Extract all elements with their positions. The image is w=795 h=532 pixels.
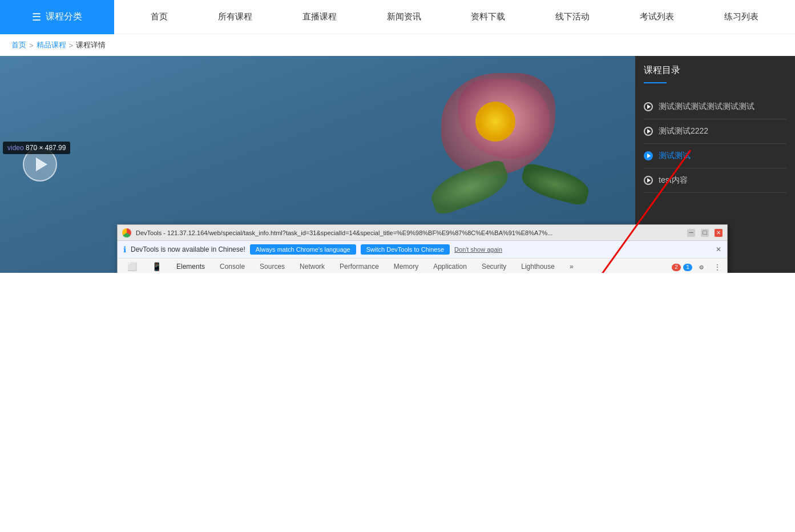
chrome-icon [122,228,131,237]
tab-sources[interactable]: Sources [253,259,292,273]
top-nav: ☰ 课程分类 首页 所有课程 直播课程 新闻资讯 资料下载 线下活动 考试列表 … [0,0,795,34]
course-item-label-2: 测试测试 [659,151,691,161]
dont-show-button[interactable]: Don't show again [454,246,502,253]
devtools-window: DevTools - 121.37.12.164/web/special/tas… [117,224,728,273]
tooltip-dims: 870 × 487.99 [26,144,66,152]
course-item-2[interactable]: 测试测试 [644,144,786,168]
match-language-button[interactable]: Always match Chrome's language [250,244,356,255]
course-item-label-3: test内容 [659,175,688,186]
course-item-0[interactable]: 测试测试测试测试测试测试 [644,95,786,119]
tab-more[interactable]: » [563,259,580,273]
nav-link-resources[interactable]: 资料下载 [465,11,511,22]
info-icon: ℹ [123,245,126,254]
devtools-tab-select-mode[interactable]: ⬜ [120,259,144,273]
devtools-infobar: ℹ DevTools is now available in Chinese! … [118,241,727,259]
settings-icon[interactable]: ⚙ [695,260,708,273]
nav-link-offline[interactable]: 线下活动 [550,11,595,22]
error-badge: 2 [672,264,681,271]
nav-link-live[interactable]: 直播课程 [297,11,342,22]
breadcrumb-sep2: > [69,41,74,50]
breadcrumb: 首页 > 精品课程 > 课程详情 [0,34,795,56]
course-item-label-1: 测试测试2222 [659,126,708,136]
course-item-icon-0 [644,102,653,111]
breadcrumb-home[interactable]: 首页 [11,40,26,50]
info-badge: 1 [683,264,692,271]
tab-security[interactable]: Security [475,259,513,273]
course-item-1[interactable]: 测试测试2222 [644,119,786,144]
switch-chinese-button[interactable]: Switch DevTools to Chinese [361,244,450,255]
devtools-title: DevTools - 121.37.12.164/web/special/tas… [136,229,681,236]
devtools-maximize-btn[interactable]: □ [701,229,709,237]
category-label: 课程分类 [46,11,82,23]
devtools-close-btn[interactable]: ✕ [715,229,723,237]
devtools-tab-icons: 2 1 ⚙ ⋮ [672,260,724,273]
devtools-tabs-bar: ⬜ 📱 Elements Console Sources Network Per… [118,259,727,273]
more-options-icon[interactable]: ⋮ [711,260,724,273]
nav-links: 首页 所有课程 直播课程 新闻资讯 资料下载 线下活动 考试列表 练习列表 [114,11,795,22]
nav-link-practice[interactable]: 练习列表 [719,11,764,22]
devtools-minimize-btn[interactable]: ─ [687,229,695,237]
course-item-icon-3 [644,176,653,185]
infobar-close-button[interactable]: ✕ [716,245,721,253]
tab-elements[interactable]: Elements [170,259,212,273]
page-content: video 870 × 487.99 [0,56,795,273]
course-item-icon-1 [644,127,653,136]
breadcrumb-courses[interactable]: 精品课程 [37,40,66,50]
tab-network[interactable]: Network [293,259,332,273]
menu-icon: ☰ [32,11,41,23]
breadcrumb-current: 课程详情 [76,40,106,50]
tab-lighthouse[interactable]: Lighthouse [514,259,562,273]
nav-link-home[interactable]: 首页 [145,11,173,22]
category-button[interactable]: ☰ 课程分类 [0,0,114,34]
tooltip-tag: video [7,144,24,152]
sidebar-underline [644,82,667,83]
infobar-text: DevTools is now available in Chinese! [131,245,245,253]
course-item-icon-2 [644,151,653,160]
video-element-tooltip: video 870 × 487.99 [3,142,70,154]
tab-console[interactable]: Console [213,259,252,273]
breadcrumb-sep1: > [29,41,34,50]
devtools-titlebar: DevTools - 121.37.12.164/web/special/tas… [118,225,727,241]
tab-memory[interactable]: Memory [387,259,425,273]
nav-link-courses[interactable]: 所有课程 [212,11,258,22]
nav-link-exam[interactable]: 考试列表 [634,11,680,22]
tab-application[interactable]: Application [426,259,474,273]
course-item-3[interactable]: test内容 [644,168,786,193]
nav-link-news[interactable]: 新闻资讯 [381,11,427,22]
tab-performance[interactable]: Performance [333,259,386,273]
devtools-tab-device-mode[interactable]: 📱 [145,259,168,273]
course-item-label-0: 测试测试测试测试测试测试 [659,102,754,112]
sidebar-title: 课程目录 [644,65,786,76]
